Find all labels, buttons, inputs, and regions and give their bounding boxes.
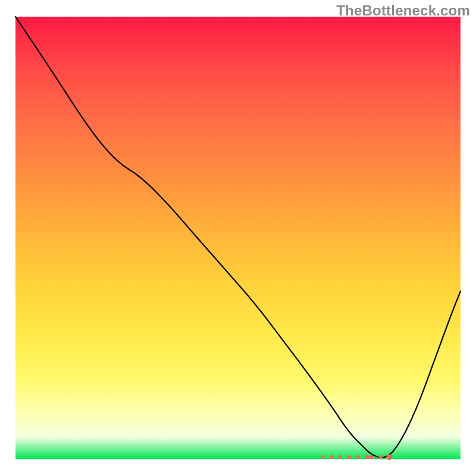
chart-container: { "attribution": "TheBottleneck.com", "c… (0, 0, 476, 476)
marker-dot (356, 455, 361, 459)
marker-dot (347, 455, 352, 459)
marker-dot (321, 455, 325, 459)
marker-dot (369, 455, 374, 459)
marker-dot (365, 455, 369, 459)
plot-area (15, 17, 461, 459)
bottom-marker-row (321, 454, 393, 460)
marker-dot (339, 455, 343, 459)
marker-dot (378, 455, 383, 459)
marker-dot (330, 455, 334, 459)
marker-dot (386, 454, 392, 460)
marker-layer (15, 17, 461, 459)
